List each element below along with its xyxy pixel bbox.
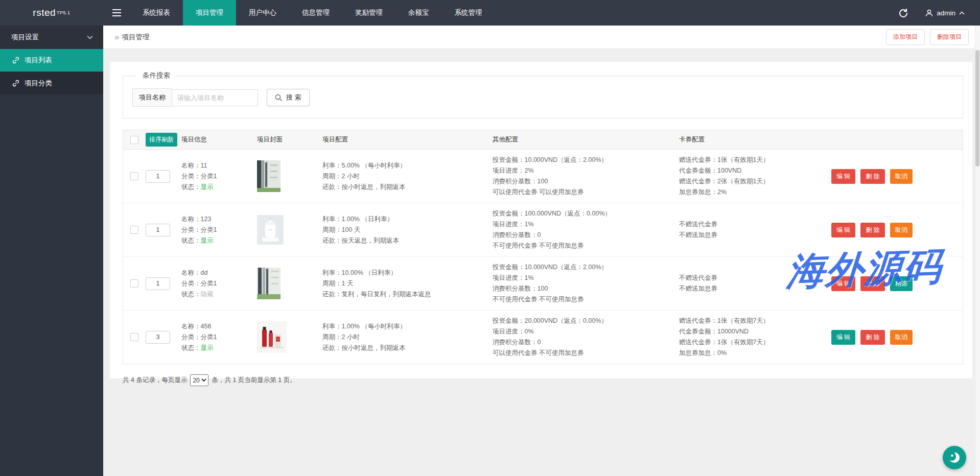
- coupon-config-cell: 赠送代金券：1张（有效期1天） 代金券金额：100VND 赠送代金券：2张（有效…: [679, 155, 831, 198]
- row-actions: 编 辑 删 除 取消: [831, 223, 963, 237]
- nav-item-system[interactable]: 系统管理: [442, 0, 495, 26]
- sidebar-item-label: 项目分类: [25, 79, 52, 88]
- sidebar: 项目设置 项目列表 项目分类: [0, 26, 103, 476]
- edit-button[interactable]: 编 辑: [831, 169, 855, 184]
- top-navbar: rsted TP5.1 系统报表 项目管理 用户中心 信息管理 奖励管理 余额宝…: [0, 0, 980, 26]
- sort-order-input[interactable]: [146, 170, 170, 183]
- row-checkbox[interactable]: [130, 172, 138, 180]
- link-icon: [12, 57, 19, 64]
- floating-service-button[interactable]: [943, 446, 966, 469]
- content-card: 条件搜索 项目名称 搜 索 排序刷新 项目信息 项目封面 项目配置 其他配置 卡…: [110, 62, 972, 378]
- project-config-cell: 利率：1.00% （日利率） 周期：100 天 还款：按天返息，到期返本: [322, 214, 493, 246]
- status-badge: 显示: [201, 344, 214, 351]
- nav-item-reports[interactable]: 系统报表: [130, 0, 183, 26]
- table-row: 名称：456 分类：分类1 状态：显示 利率：1.00% （每小时利率）: [123, 311, 963, 364]
- project-config-cell: 利率：1.00% （每小时利率） 周期：2 小时 还款：按小时返息，到期返本: [322, 321, 493, 353]
- row-actions: 编 辑 删 除 精选: [831, 276, 963, 291]
- project-cover-image: [257, 160, 281, 192]
- other-config-cell: 投资金额：20.000VND（返点：0.00%） 项目进度：0% 消费积分基数：…: [493, 316, 679, 359]
- table-row: 名称：dd 分类：分类1 状态：隐藏 利率：10.00% （日利率） 周期：1 …: [123, 257, 963, 311]
- scrollbar-thumb[interactable]: [975, 50, 979, 166]
- chevron-down-icon: [87, 35, 93, 39]
- sort-order-input[interactable]: [146, 224, 170, 236]
- refresh-icon[interactable]: [899, 8, 908, 17]
- project-info-cell: 名称：dd 分类：分类1 状态：隐藏: [181, 268, 257, 300]
- project-cover-cell: [257, 215, 322, 245]
- edit-button[interactable]: 编 辑: [831, 276, 855, 291]
- nav-item-users[interactable]: 用户中心: [236, 0, 289, 26]
- sidebar-group-label: 项目设置: [11, 33, 39, 42]
- project-cover-image: [257, 268, 281, 299]
- delete-project-button[interactable]: 删除项目: [930, 29, 969, 45]
- delete-button[interactable]: 删 除: [860, 276, 884, 291]
- app-logo: rsted TP5.1: [0, 0, 103, 26]
- scrollbar-track[interactable]: [975, 26, 980, 476]
- search-button[interactable]: 搜 索: [267, 89, 310, 106]
- sidebar-group-project-settings[interactable]: 项目设置: [0, 26, 103, 49]
- col-coupon-config: 卡券配置: [679, 135, 831, 144]
- project-config-cell: 利率：5.00% （每小时利率） 周期：2 小时 还款：按小时返息，到期返本: [322, 160, 493, 193]
- delete-button[interactable]: 删 除: [860, 169, 884, 184]
- sort-order-input[interactable]: [146, 331, 170, 344]
- delete-button[interactable]: 删 除: [860, 223, 884, 237]
- admin-menu[interactable]: admin: [925, 9, 965, 17]
- add-project-button[interactable]: 添加项目: [886, 29, 925, 45]
- project-info-cell: 名称：123 分类：分类1 状态：显示: [181, 214, 257, 246]
- coupon-config-cell: 不赠送代金券 不赠送加息券: [679, 273, 831, 294]
- sidebar-item-label: 项目列表: [25, 56, 52, 65]
- row-actions: 编 辑 删 除 取消: [831, 169, 963, 184]
- sort-order-input[interactable]: [146, 277, 170, 290]
- col-project-config: 项目配置: [322, 135, 493, 144]
- admin-username: admin: [937, 9, 955, 17]
- sort-refresh-button[interactable]: 排序刷新: [146, 133, 177, 147]
- delete-button[interactable]: 删 除: [860, 330, 884, 345]
- table-header: 排序刷新 项目信息 项目封面 项目配置 其他配置 卡券配置: [123, 130, 963, 150]
- chevron-up-icon: [959, 11, 965, 15]
- search-icon: [275, 94, 283, 102]
- service-logo-icon: [948, 451, 961, 464]
- user-icon: [925, 9, 933, 17]
- project-info-cell: 名称：456 分类：分类1 状态：显示: [181, 321, 257, 353]
- other-config-cell: 投资金额：100.000VND（返点：0.00%） 项目进度：1% 消费积分基数…: [493, 208, 679, 251]
- project-info-cell: 名称：11 分类：分类1 状态：显示: [181, 160, 257, 193]
- search-panel: 条件搜索 项目名称 搜 索: [123, 71, 963, 118]
- logo-version: TP5.1: [57, 10, 71, 15]
- feature-button[interactable]: 精选: [890, 276, 913, 291]
- sidebar-item-project-list[interactable]: 项目列表: [0, 49, 103, 72]
- edit-button[interactable]: 编 辑: [831, 223, 855, 237]
- project-name-input[interactable]: [172, 89, 258, 106]
- status-badge: 显示: [201, 237, 214, 244]
- select-all-checkbox[interactable]: [130, 136, 138, 144]
- project-name-label: 项目名称: [132, 88, 172, 107]
- cancel-button[interactable]: 取消: [890, 330, 913, 345]
- sidebar-item-project-category[interactable]: 项目分类: [0, 72, 103, 94]
- nav-item-projects[interactable]: 项目管理: [183, 0, 236, 26]
- coupon-config-cell: 赠送代金券：1张（有效期7天） 代金券金额：10000VND 赠送代金券：1张（…: [679, 316, 831, 359]
- search-panel-legend: 条件搜索: [136, 71, 176, 80]
- breadcrumb: 项目管理: [122, 33, 149, 42]
- nav-item-yuebao[interactable]: 余额宝: [395, 0, 442, 26]
- link-icon: [12, 80, 19, 87]
- coupon-config-cell: 不赠送代金券 不赠送加息券: [679, 219, 831, 241]
- project-table: 排序刷新 项目信息 项目封面 项目配置 其他配置 卡券配置 名称：11 分类：分…: [123, 130, 963, 364]
- nav-item-messages[interactable]: 信息管理: [289, 0, 342, 26]
- search-button-label: 搜 索: [286, 93, 301, 102]
- col-project-info: 项目信息: [181, 135, 257, 144]
- row-checkbox[interactable]: [130, 226, 138, 234]
- col-other-config: 其他配置: [493, 135, 679, 144]
- status-badge: 显示: [201, 183, 214, 191]
- nav-item-rewards[interactable]: 奖励管理: [342, 0, 395, 26]
- edit-button[interactable]: 编 辑: [831, 330, 855, 345]
- col-project-cover: 项目封面: [257, 135, 322, 144]
- row-checkbox[interactable]: [130, 279, 138, 288]
- page-size-select[interactable]: 20: [190, 374, 208, 386]
- project-cover-image: [257, 215, 284, 245]
- menu-toggle-icon[interactable]: [103, 0, 130, 26]
- project-cover-cell: [257, 160, 322, 192]
- project-cover-cell: [257, 321, 322, 353]
- row-checkbox[interactable]: [130, 333, 138, 341]
- project-cover-cell: [257, 268, 322, 299]
- project-config-cell: 利率：10.00% （日利率） 周期：1 天 还款：复利，每日复利，到期返本返息: [322, 268, 493, 300]
- cancel-button[interactable]: 取消: [890, 169, 913, 184]
- cancel-button[interactable]: 取消: [890, 223, 913, 237]
